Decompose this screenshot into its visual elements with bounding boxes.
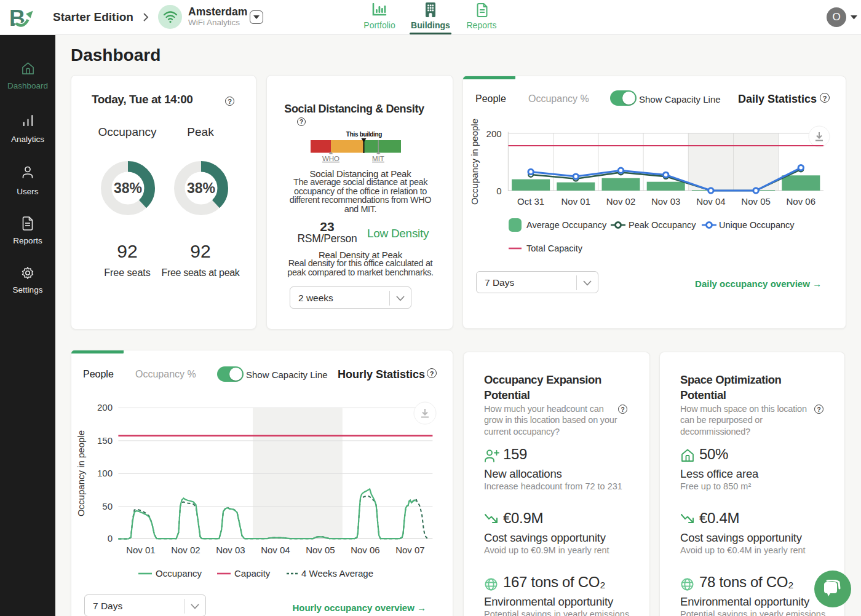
svg-text:150: 150: [97, 435, 113, 446]
svg-text:4 Weeks Average: 4 Weeks Average: [301, 568, 373, 578]
svg-text:Average Occupancy: Average Occupancy: [526, 220, 607, 230]
svg-text:Capacity: Capacity: [234, 568, 271, 578]
svg-text:0: 0: [496, 186, 501, 196]
svg-text:0: 0: [108, 533, 113, 543]
svg-text:38%: 38%: [186, 180, 215, 196]
svg-text:This building: This building: [346, 131, 383, 138]
svg-text:38%: 38%: [113, 180, 141, 196]
svg-text:Nov 01: Nov 01: [561, 196, 591, 207]
svg-text:Occupancy: Occupancy: [156, 568, 202, 578]
svg-text:Nov 06: Nov 06: [787, 196, 816, 207]
svg-text:Nov 03: Nov 03: [651, 196, 681, 207]
svg-text:Nov 04: Nov 04: [261, 545, 290, 555]
svg-text:Total Capacity: Total Capacity: [526, 243, 583, 253]
svg-text:Unique Occupancy: Unique Occupancy: [719, 220, 795, 230]
svg-text:200: 200: [97, 402, 113, 413]
svg-text:Nov 02: Nov 02: [606, 196, 636, 207]
svg-text:Nov 03: Nov 03: [216, 545, 245, 555]
svg-text:Nov 05: Nov 05: [306, 545, 335, 555]
svg-text:100: 100: [97, 468, 113, 478]
svg-text:Oct 31: Oct 31: [517, 196, 544, 207]
svg-text:Nov 06: Nov 06: [351, 545, 380, 555]
svg-text:Nov 07: Nov 07: [395, 545, 425, 555]
svg-text:200: 200: [486, 128, 502, 139]
svg-text:Nov 04: Nov 04: [696, 196, 726, 207]
svg-text:Nov 02: Nov 02: [171, 545, 200, 555]
svg-text:Peak Occupancy: Peak Occupancy: [629, 220, 696, 230]
svg-text:Occupancy in people: Occupancy in people: [469, 119, 480, 205]
svg-text:50: 50: [102, 501, 113, 511]
svg-text:MIT: MIT: [372, 155, 384, 162]
svg-text:Nov 01: Nov 01: [126, 545, 156, 555]
svg-text:Occupancy in people: Occupancy in people: [76, 430, 86, 516]
svg-text:WHO: WHO: [322, 155, 339, 162]
svg-text:Nov 05: Nov 05: [741, 196, 771, 207]
